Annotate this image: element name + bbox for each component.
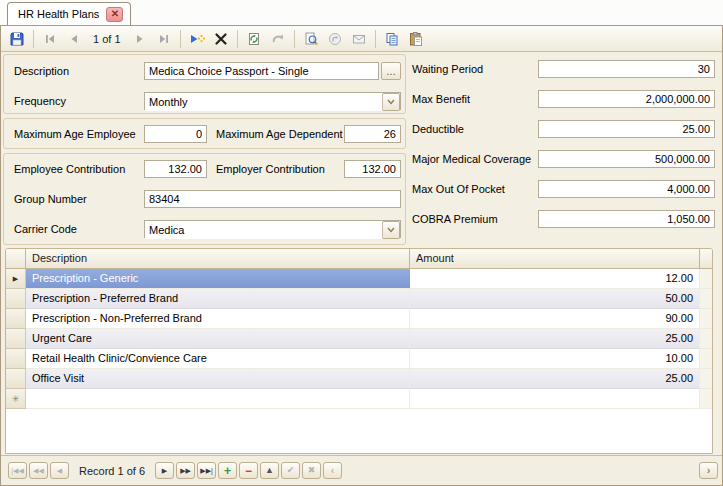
cell-description[interactable]: Prescription - Preferred Brand bbox=[26, 289, 410, 309]
paste-button[interactable] bbox=[405, 28, 427, 50]
next-record-button[interactable] bbox=[129, 28, 151, 50]
carrier-code-dropdown-button[interactable] bbox=[382, 221, 400, 239]
cell-amount[interactable]: 10.00 bbox=[410, 349, 700, 369]
major-medical-coverage-input[interactable] bbox=[538, 150, 715, 168]
description-ellipsis-button[interactable]: … bbox=[381, 62, 401, 80]
table-row[interactable]: ▶ Prescription - Generic 12.00 bbox=[6, 269, 712, 289]
new-row[interactable]: ✳ bbox=[6, 389, 712, 409]
carrier-code-input[interactable] bbox=[145, 221, 382, 239]
nav-delete-button[interactable]: − bbox=[239, 462, 258, 479]
cell-description[interactable]: Prescription - Non-Preferred Brand bbox=[26, 309, 410, 329]
navigate-button[interactable] bbox=[324, 28, 346, 50]
plus-icon: + bbox=[224, 465, 231, 477]
nav-end-edit-button[interactable]: ✔ bbox=[281, 462, 300, 479]
first-record-button[interactable] bbox=[39, 28, 61, 50]
scroll-left-button[interactable]: ‹ bbox=[323, 462, 342, 479]
previous-record-icon bbox=[66, 31, 82, 47]
table-row[interactable]: Office Visit 25.00 bbox=[6, 369, 712, 389]
scroll-right-button[interactable]: › bbox=[699, 462, 718, 479]
row-selector[interactable]: ✳ bbox=[6, 389, 26, 409]
chevron-down-icon bbox=[387, 99, 395, 105]
row-selector[interactable]: ▶ bbox=[6, 269, 26, 289]
cell-description[interactable]: Retail Health Clinic/Convience Care bbox=[26, 349, 410, 369]
age-limits-panel: Maximum Age Employee Maximum Age Depende… bbox=[3, 118, 406, 149]
max-age-employee-input[interactable] bbox=[144, 125, 207, 143]
undo-button[interactable] bbox=[267, 28, 289, 50]
max-age-dependent-label: Maximum Age Dependent bbox=[216, 125, 343, 143]
nav-next-button[interactable]: ▶ bbox=[155, 462, 174, 479]
cell-description[interactable]: Office Visit bbox=[26, 369, 410, 389]
refresh-button[interactable] bbox=[243, 28, 265, 50]
row-selector[interactable] bbox=[6, 369, 26, 389]
nav-first-button[interactable]: |◀◀ bbox=[8, 462, 27, 479]
new-row-icon: ✳ bbox=[12, 394, 20, 404]
cell-amount[interactable]: 25.00 bbox=[410, 329, 700, 349]
record-position: Record 1 of 6 bbox=[71, 465, 153, 477]
tab-hr-health-plans[interactable]: HR Health Plans ✕ bbox=[7, 2, 131, 25]
copy-icon bbox=[384, 31, 400, 47]
row-selector[interactable] bbox=[6, 349, 26, 369]
employer-contribution-input[interactable] bbox=[344, 160, 401, 178]
deductible-input[interactable] bbox=[538, 120, 715, 138]
row-selector[interactable] bbox=[6, 329, 26, 349]
max-out-of-pocket-input[interactable] bbox=[538, 180, 715, 198]
nav-next-page-button[interactable]: ▶▶ bbox=[176, 462, 195, 479]
row-selector[interactable] bbox=[6, 289, 26, 309]
cell-amount[interactable] bbox=[410, 389, 700, 409]
horizontal-scrollbar-track[interactable] bbox=[344, 462, 697, 479]
cell-amount[interactable]: 25.00 bbox=[410, 369, 700, 389]
cell-amount[interactable]: 90.00 bbox=[410, 309, 700, 329]
nav-last-button[interactable]: ▶▶| bbox=[197, 462, 216, 479]
max-age-dependent-input[interactable] bbox=[344, 125, 401, 143]
next-page-icon: ▶▶ bbox=[180, 467, 191, 474]
cell-description[interactable]: Urgent Care bbox=[26, 329, 410, 349]
column-header-amount[interactable]: Amount bbox=[410, 249, 700, 268]
delete-record-button[interactable] bbox=[210, 28, 232, 50]
tab-title: HR Health Plans bbox=[18, 8, 99, 20]
frequency-input[interactable] bbox=[145, 93, 382, 111]
toolbar-separator bbox=[180, 30, 181, 48]
description-input[interactable] bbox=[144, 62, 379, 80]
email-button[interactable] bbox=[348, 28, 370, 50]
cobra-premium-input[interactable] bbox=[538, 210, 715, 228]
description-label: Description bbox=[14, 62, 69, 80]
frequency-dropdown-button[interactable] bbox=[382, 93, 400, 111]
nav-previous-button[interactable]: ◀ bbox=[50, 462, 69, 479]
table-row[interactable]: Urgent Care 25.00 bbox=[6, 329, 712, 349]
previous-record-button[interactable] bbox=[63, 28, 85, 50]
max-out-of-pocket-label: Max Out Of Pocket bbox=[412, 180, 505, 198]
cell-description[interactable]: Prescription - Generic bbox=[26, 269, 410, 289]
new-record-button[interactable] bbox=[186, 28, 208, 50]
cell-amount[interactable]: 12.00 bbox=[410, 269, 700, 289]
max-benefit-input[interactable] bbox=[538, 90, 715, 108]
save-button[interactable] bbox=[6, 28, 28, 50]
column-header-description[interactable]: Description bbox=[26, 249, 410, 268]
previous-record-icon: ◀ bbox=[57, 467, 62, 474]
table-row[interactable]: Prescription - Non-Preferred Brand 90.00 bbox=[6, 309, 712, 329]
nav-append-button[interactable]: + bbox=[218, 462, 237, 479]
cell-description[interactable] bbox=[26, 389, 410, 409]
waiting-period-input[interactable] bbox=[538, 60, 715, 78]
print-preview-button[interactable] bbox=[300, 28, 322, 50]
last-record-button[interactable] bbox=[153, 28, 175, 50]
table-row[interactable]: Prescription - Preferred Brand 50.00 bbox=[6, 289, 712, 309]
chevron-left-icon: ‹ bbox=[331, 465, 335, 476]
employee-contribution-input[interactable] bbox=[144, 160, 207, 178]
print-preview-icon bbox=[303, 31, 319, 47]
grid-header: Description Amount bbox=[6, 249, 712, 269]
nav-cancel-edit-button[interactable]: ✖ bbox=[302, 462, 321, 479]
max-benefit-label: Max Benefit bbox=[412, 90, 470, 108]
cell-amount[interactable]: 50.00 bbox=[410, 289, 700, 309]
nav-previous-page-button[interactable]: ◀◀ bbox=[29, 462, 48, 479]
nav-edit-button[interactable]: ▲ bbox=[260, 462, 279, 479]
table-row[interactable]: Retail Health Clinic/Convience Care 10.0… bbox=[6, 349, 712, 369]
tab-close-button[interactable]: ✕ bbox=[106, 7, 123, 22]
row-selector[interactable] bbox=[6, 309, 26, 329]
check-icon: ✔ bbox=[287, 466, 295, 475]
next-record-icon bbox=[132, 31, 148, 47]
undo-icon bbox=[270, 31, 286, 47]
group-number-input[interactable] bbox=[144, 190, 401, 208]
close-icon: ✕ bbox=[111, 9, 119, 19]
copy-button[interactable] bbox=[381, 28, 403, 50]
plan-info-panel: Description … Frequency bbox=[3, 54, 406, 114]
